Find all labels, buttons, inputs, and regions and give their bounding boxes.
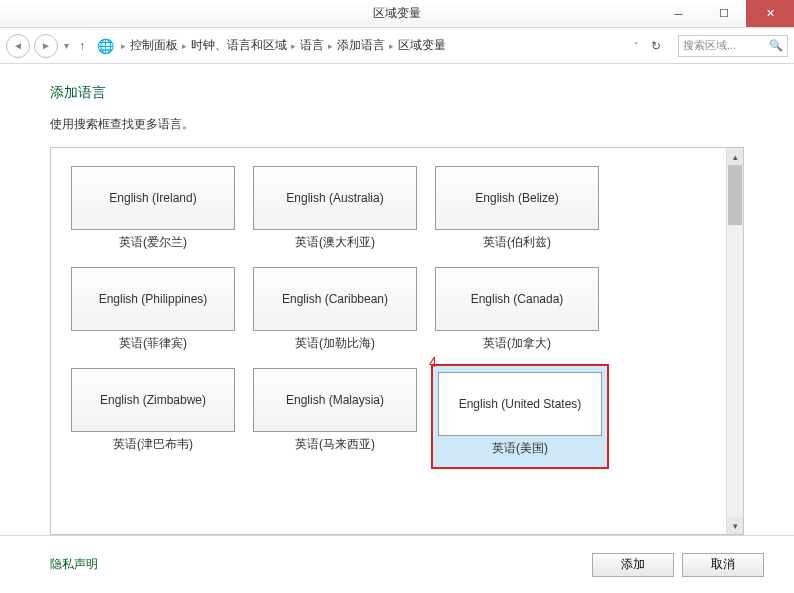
language-tile-box: English (Caribbean) xyxy=(253,267,417,331)
language-tile-label: 英语(菲律宾) xyxy=(119,335,187,352)
language-tile[interactable]: English (Caribbean)英语(加勒比海) xyxy=(253,267,417,362)
breadcrumb-item[interactable]: 控制面板 xyxy=(130,37,178,54)
scroll-down-button[interactable]: ▾ xyxy=(727,517,743,534)
language-tile-label: 英语(津巴布韦) xyxy=(113,436,193,453)
language-tile-label: 英语(马来西亚) xyxy=(295,436,375,453)
search-input[interactable]: 搜索区域... 🔍 xyxy=(678,35,788,57)
window-controls: ─ ☐ ✕ xyxy=(656,0,794,27)
language-tile-box: English (United States) xyxy=(438,372,602,436)
annotation-marker: 4 xyxy=(429,354,437,370)
language-tile[interactable]: English (United States)英语(美国) xyxy=(431,364,609,469)
history-dropdown[interactable]: ▾ xyxy=(62,40,71,51)
titlebar: 区域变量 ─ ☐ ✕ xyxy=(0,0,794,28)
language-tile-label: 英语(加拿大) xyxy=(483,335,551,352)
language-tile[interactable]: English (Australia)英语(澳大利亚) xyxy=(253,166,417,261)
language-tile-box: English (Australia) xyxy=(253,166,417,230)
breadcrumb-item[interactable]: 添加语言 xyxy=(337,37,385,54)
page-subtitle: 使用搜索框查找更多语言。 xyxy=(50,116,744,133)
scroll-up-button[interactable]: ▴ xyxy=(727,148,743,165)
breadcrumb-item[interactable]: 区域变量 xyxy=(398,37,446,54)
address-dropdown[interactable]: ˅ xyxy=(631,41,642,51)
language-list: 4 English (Ireland)英语(爱尔兰)English (Austr… xyxy=(50,147,744,535)
chevron-right-icon: ▸ xyxy=(182,41,187,51)
scrollbar[interactable]: ▴ ▾ xyxy=(726,148,743,534)
language-tile-label: 英语(爱尔兰) xyxy=(119,234,187,251)
forward-button[interactable]: ► xyxy=(34,34,58,58)
chevron-right-icon: ▸ xyxy=(389,41,394,51)
language-tile[interactable]: English (Belize)英语(伯利兹) xyxy=(435,166,599,261)
cancel-button[interactable]: 取消 xyxy=(682,553,764,577)
footer: 隐私声明 添加 取消 xyxy=(0,535,794,593)
language-tile[interactable]: English (Zimbabwe)英语(津巴布韦) xyxy=(71,368,235,469)
scroll-thumb[interactable] xyxy=(728,165,742,225)
language-tile[interactable]: English (Canada)英语(加拿大) xyxy=(435,267,599,362)
location-icon: 🌐 xyxy=(97,38,113,54)
chevron-right-icon: ▸ xyxy=(291,41,296,51)
breadcrumb-item[interactable]: 语言 xyxy=(300,37,324,54)
privacy-link[interactable]: 隐私声明 xyxy=(50,556,98,573)
content-area: 添加语言 使用搜索框查找更多语言。 4 English (Ireland)英语(… xyxy=(0,64,794,535)
language-tile[interactable]: English (Malaysia)英语(马来西亚) xyxy=(253,368,417,469)
back-button[interactable]: ◄ xyxy=(6,34,30,58)
up-button[interactable]: ↑ xyxy=(75,39,89,53)
language-tile-box: English (Canada) xyxy=(435,267,599,331)
language-tile-label: 英语(加勒比海) xyxy=(295,335,375,352)
language-tile-box: English (Zimbabwe) xyxy=(71,368,235,432)
language-tile-box: English (Ireland) xyxy=(71,166,235,230)
language-tile[interactable]: English (Ireland)英语(爱尔兰) xyxy=(71,166,235,261)
window-title: 区域变量 xyxy=(373,5,421,22)
breadcrumb: ▸ 控制面板 ▸ 时钟、语言和区域 ▸ 语言 ▸ 添加语言 ▸ 区域变量 xyxy=(121,37,627,54)
language-tile-box: English (Malaysia) xyxy=(253,368,417,432)
add-button[interactable]: 添加 xyxy=(592,553,674,577)
refresh-button[interactable]: ↻ xyxy=(648,38,664,54)
breadcrumb-item[interactable]: 时钟、语言和区域 xyxy=(191,37,287,54)
language-tile-label: 英语(美国) xyxy=(492,440,548,457)
search-icon: 🔍 xyxy=(769,39,783,52)
language-tile-label: 英语(澳大利亚) xyxy=(295,234,375,251)
search-placeholder: 搜索区域... xyxy=(683,38,769,53)
navigation-bar: ◄ ► ▾ ↑ 🌐 ▸ 控制面板 ▸ 时钟、语言和区域 ▸ 语言 ▸ 添加语言 … xyxy=(0,28,794,64)
language-tile-box: English (Philippines) xyxy=(71,267,235,331)
language-tile-label: 英语(伯利兹) xyxy=(483,234,551,251)
language-tile-box: English (Belize) xyxy=(435,166,599,230)
minimize-button[interactable]: ─ xyxy=(656,0,701,27)
maximize-button[interactable]: ☐ xyxy=(701,0,746,27)
language-tile[interactable]: English (Philippines)英语(菲律宾) xyxy=(71,267,235,362)
page-title: 添加语言 xyxy=(50,84,744,102)
chevron-right-icon: ▸ xyxy=(328,41,333,51)
chevron-right-icon: ▸ xyxy=(121,41,126,51)
close-button[interactable]: ✕ xyxy=(746,0,794,27)
